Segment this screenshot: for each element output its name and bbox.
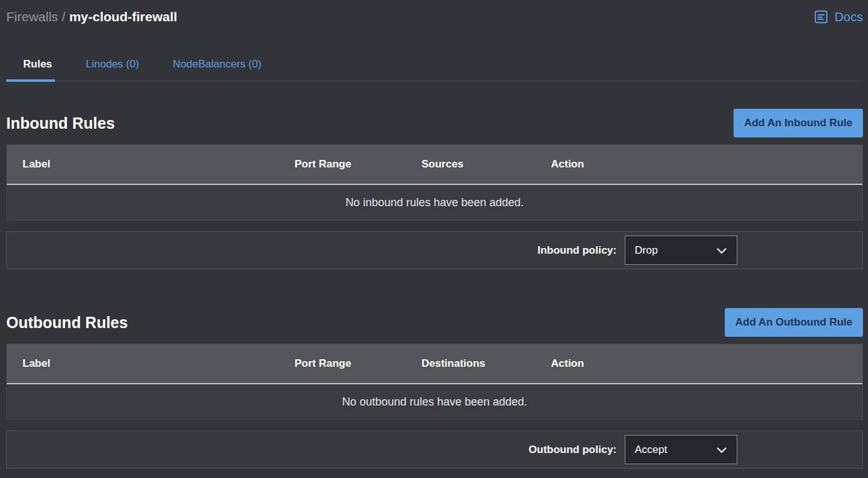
docs-link-label: Docs <box>834 10 863 24</box>
inbound-empty-message: No inbound rules have been added. <box>7 185 862 220</box>
outbound-table-header: Label Port Range Destinations Action <box>7 344 862 384</box>
outbound-col-port-range: Port Range <box>295 357 421 370</box>
chevron-down-icon <box>715 244 729 257</box>
docs-icon <box>813 9 829 25</box>
inbound-rules-title: Inbound Rules <box>6 114 115 132</box>
add-outbound-rule-button[interactable]: Add An Outbound Rule <box>725 308 863 337</box>
chevron-down-icon <box>715 443 729 457</box>
add-inbound-rule-button[interactable]: Add An Inbound Rule <box>734 109 863 137</box>
outbound-rules-title: Outbound Rules <box>6 314 128 332</box>
inbound-policy-select[interactable]: Drop <box>625 236 737 265</box>
tab-bar: Rules Linodes (0) NodeBalancers (0) <box>6 50 863 81</box>
outbound-col-action: Action <box>551 357 862 370</box>
tab-linodes[interactable]: Linodes (0) <box>69 50 156 81</box>
outbound-section-header: Outbound Rules Add An Outbound Rule <box>6 308 863 337</box>
inbound-policy-panel: Inbound policy: Drop <box>6 231 863 269</box>
tab-rules[interactable]: Rules <box>6 50 69 81</box>
inbound-policy-value: Drop <box>635 244 658 257</box>
inbound-policy-label: Inbound policy: <box>537 244 617 257</box>
inbound-section-header: Inbound Rules Add An Inbound Rule <box>6 109 863 137</box>
breadcrumb-firewalls-link[interactable]: Firewalls <box>6 9 58 24</box>
inbound-col-action: Action <box>551 158 862 171</box>
firewall-detail-page: Firewalls/my-cloud-firewall Docs Rules L… <box>0 0 868 478</box>
docs-link[interactable]: Docs <box>813 9 863 25</box>
outbound-col-label: Label <box>23 357 295 370</box>
outbound-policy-panel: Outbound policy: Accept <box>6 431 863 469</box>
inbound-col-label: Label <box>23 158 295 171</box>
top-bar: Firewalls/my-cloud-firewall Docs <box>6 0 863 26</box>
outbound-policy-select[interactable]: Accept <box>625 435 737 464</box>
outbound-empty-message: No outbound rules have been added. <box>7 384 862 419</box>
inbound-rules-table: Label Port Range Sources Action No inbou… <box>6 144 863 221</box>
breadcrumb: Firewalls/my-cloud-firewall <box>6 9 177 24</box>
inbound-col-port-range: Port Range <box>295 158 421 171</box>
outbound-policy-value: Accept <box>635 444 667 456</box>
inbound-table-header: Label Port Range Sources Action <box>7 145 862 185</box>
inbound-col-sources: Sources <box>421 158 551 171</box>
tab-nodebalancers[interactable]: NodeBalancers (0) <box>156 50 278 81</box>
outbound-rules-table: Label Port Range Destinations Action No … <box>6 344 863 420</box>
breadcrumb-separator: / <box>62 9 66 24</box>
outbound-col-destinations: Destinations <box>421 357 551 370</box>
breadcrumb-current-firewall: my-cloud-firewall <box>69 9 178 24</box>
outbound-policy-label: Outbound policy: <box>528 444 617 456</box>
